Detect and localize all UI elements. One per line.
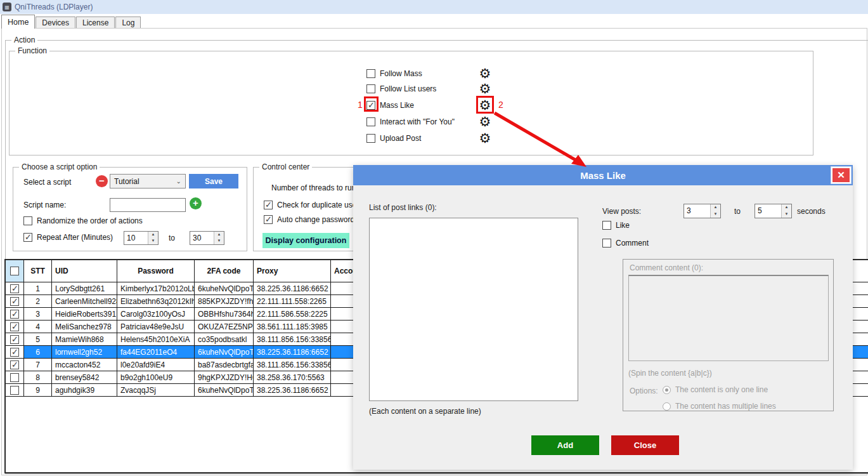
table-cell: 38.111.856.156:33856: [254, 333, 331, 346]
row-checkbox[interactable]: [10, 310, 19, 319]
like-row: Like: [602, 221, 630, 230]
action-group-label: Action: [11, 36, 37, 44]
auto-change-checkbox[interactable]: [264, 215, 273, 224]
row-select-cell[interactable]: [6, 308, 24, 321]
row-select-cell[interactable]: [6, 333, 24, 346]
multi-line-label: The content has multiple lines: [675, 402, 776, 411]
interact-gear-icon[interactable]: ⚙: [477, 114, 493, 129]
row-select-cell[interactable]: [6, 282, 24, 295]
row-checkbox[interactable]: [10, 284, 19, 293]
post-links-textarea[interactable]: [369, 218, 578, 401]
view-posts-label: View posts:: [602, 207, 641, 216]
header-password[interactable]: Password: [117, 260, 195, 282]
row-checkbox[interactable]: [10, 297, 19, 306]
follow-mass-checkbox[interactable]: [366, 69, 375, 78]
table-cell: 38.225.36.1186:6652: [254, 346, 331, 359]
function-item-upload-post: Upload Post: [366, 133, 421, 144]
header-2fa[interactable]: 2FA code: [195, 260, 254, 282]
step-up-icon[interactable]: ▲: [214, 232, 224, 238]
step-up-icon[interactable]: ▲: [782, 204, 791, 211]
header-uid[interactable]: UID: [52, 260, 117, 282]
add-script-icon[interactable]: +: [190, 197, 202, 209]
table-cell: HeidieRoberts391: [52, 308, 117, 321]
row-select-cell[interactable]: [6, 384, 24, 397]
window-title: QniThreads (LDPlayer): [15, 3, 93, 11]
select-all-checkbox[interactable]: [10, 267, 19, 275]
table-cell: 1: [24, 282, 52, 295]
add-button[interactable]: Add: [531, 435, 599, 455]
upload-post-checkbox[interactable]: [366, 134, 375, 143]
view-from-value: 3: [684, 204, 710, 218]
repeat-from-stepper[interactable]: 10 ▲▼: [124, 231, 159, 245]
row-select-cell[interactable]: [6, 346, 24, 359]
remove-script-icon[interactable]: −: [96, 175, 108, 187]
table-cell: Kimberlyx17b2012oLbE: [117, 282, 195, 295]
table-cell: 885KPXJZDY!fhe: [195, 295, 254, 308]
table-cell: 6kuheNvQlDpoT: [195, 384, 254, 397]
row-checkbox[interactable]: [10, 348, 19, 357]
step-down-icon[interactable]: ▼: [214, 238, 224, 244]
table-cell: Elizabethn63q2012kIhO: [117, 295, 195, 308]
one-line-radio[interactable]: [663, 386, 671, 394]
script-name-input[interactable]: [110, 198, 186, 212]
step-down-icon[interactable]: ▼: [148, 238, 158, 244]
row-select-cell[interactable]: [6, 295, 24, 308]
view-to-value: 5: [755, 204, 781, 218]
row-checkbox[interactable]: [10, 373, 19, 382]
table-cell: 38.225.36.1186:6652: [254, 282, 331, 295]
view-to-stepper[interactable]: 5 ▲▼: [755, 204, 792, 218]
display-configuration-button[interactable]: Display configuration: [262, 233, 349, 248]
step-up-icon[interactable]: ▲: [711, 204, 720, 211]
close-button[interactable]: Close: [611, 435, 679, 455]
row-checkbox[interactable]: [10, 386, 19, 395]
tab-log[interactable]: Log: [115, 17, 141, 29]
one-line-label: The content is only one line: [675, 385, 768, 394]
dialog-title-bar: Mass Like ✕: [353, 165, 853, 185]
tab-license[interactable]: License: [76, 17, 115, 29]
table-cell: 38.225.36.1186:6652: [254, 384, 331, 397]
table-cell: 6kuheNvQlDpoT: [195, 346, 254, 359]
repeat-to-value: 30: [190, 232, 214, 244]
table-cell: OBBHfshu7364hf: [195, 308, 254, 321]
repeat-to-stepper[interactable]: 30 ▲▼: [190, 231, 224, 245]
header-proxy[interactable]: Proxy: [254, 260, 331, 282]
interact-checkbox[interactable]: [366, 117, 375, 126]
table-cell: Patriciav48e9eJsU: [117, 321, 195, 333]
comment-checkbox[interactable]: [602, 239, 611, 248]
row-checkbox[interactable]: [10, 360, 19, 369]
tab-home[interactable]: Home: [1, 15, 35, 29]
dialog-close-icon[interactable]: ✕: [831, 167, 851, 183]
upload-post-gear-icon[interactable]: ⚙: [477, 131, 493, 146]
row-select-cell[interactable]: [6, 321, 24, 333]
table-cell: 3: [24, 308, 52, 321]
header-stt[interactable]: STT: [24, 260, 52, 282]
follow-list-label: Follow List users: [380, 84, 436, 93]
script-select-dropdown[interactable]: Tutorial ⌄: [110, 174, 186, 188]
like-checkbox[interactable]: [602, 221, 611, 230]
row-select-cell[interactable]: [6, 359, 24, 371]
table-cell: 6: [24, 346, 52, 359]
row-checkbox[interactable]: [10, 322, 19, 331]
row-checkbox[interactable]: [10, 335, 19, 344]
follow-list-checkbox[interactable]: [366, 84, 375, 93]
view-from-stepper[interactable]: 3 ▲▼: [683, 204, 721, 218]
save-button[interactable]: Save: [189, 174, 238, 188]
upload-post-label: Upload Post: [380, 134, 421, 143]
step-down-icon[interactable]: ▼: [711, 211, 720, 218]
table-cell: 38.561.111.185:3985: [254, 321, 331, 333]
row-select-cell[interactable]: [6, 371, 24, 384]
step-down-icon[interactable]: ▼: [782, 211, 791, 218]
step-up-icon[interactable]: ▲: [148, 232, 158, 238]
table-cell: co35podbsatkl: [195, 333, 254, 346]
tab-devices[interactable]: Devices: [36, 17, 75, 29]
repeat-checkbox[interactable]: [23, 233, 32, 242]
comment-row: Comment: [602, 239, 649, 248]
follow-list-gear-icon[interactable]: ⚙: [477, 81, 493, 96]
multi-line-radio[interactable]: [663, 402, 671, 411]
table-cell: mccacton452: [52, 359, 117, 371]
randomize-checkbox[interactable]: [23, 216, 32, 225]
table-cell: 2: [24, 295, 52, 308]
table-cell: 8: [24, 371, 52, 384]
follow-mass-gear-icon[interactable]: ⚙: [477, 66, 493, 81]
check-duplicate-checkbox[interactable]: [264, 201, 273, 209]
